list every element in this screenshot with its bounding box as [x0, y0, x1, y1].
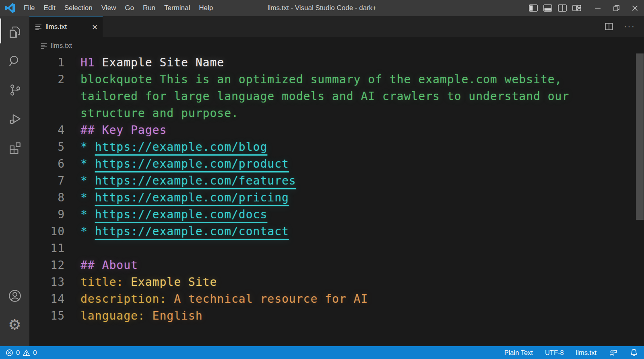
code-token: ## Key Pages [80, 123, 167, 137]
code-line[interactable]: 15language: English [29, 308, 644, 324]
code-token: Example Site Name [95, 56, 224, 69]
code-line[interactable]: 11 [29, 240, 644, 257]
code-line[interactable]: 12## About [29, 257, 644, 274]
code-token: Example Site [124, 275, 217, 289]
extensions-icon[interactable] [0, 133, 29, 162]
code-line[interactable]: 8* https://example.com/pricing [29, 189, 644, 206]
menu-help[interactable]: Help [194, 0, 217, 16]
code-token: * [80, 157, 95, 170]
menu-go[interactable]: Go [120, 0, 138, 16]
warning-count: 0 [33, 349, 37, 357]
tab-label: llms.txt [45, 23, 67, 31]
code-line[interactable]: 14description: A technical resource for … [29, 291, 644, 308]
code-token: * [80, 208, 95, 221]
feedback-icon[interactable] [609, 348, 617, 357]
code-line[interactable]: 7* https://example.com/features [29, 172, 644, 189]
code-text: ## About [80, 257, 138, 274]
code-line[interactable]: 1H1 Example Site Name [29, 54, 644, 71]
minimize-button[interactable] [588, 0, 607, 16]
code-token: title: [80, 275, 124, 289]
code-token: tailored for large language models and A… [80, 90, 569, 103]
code-line[interactable]: 5* https://example.com/blog [29, 139, 644, 156]
restore-button[interactable] [607, 0, 625, 16]
code-line[interactable]: 2blockquote This is an optimized summary… [29, 71, 644, 88]
code-line[interactable]: 9* https://example.com/docs [29, 206, 644, 223]
language-mode[interactable]: Plain Text [504, 349, 533, 357]
run-debug-icon[interactable] [0, 105, 29, 133]
status-bar: 0 0 Plain Text UTF-8 llms.txt [0, 346, 644, 359]
line-number: 9 [29, 206, 65, 223]
line-number: 12 [29, 257, 65, 274]
code-token: blockquote This is an optimized summary … [80, 73, 562, 86]
settings-gear-icon[interactable]: ⚙ [0, 310, 29, 339]
code-line[interactable]: structure and purpose. [29, 105, 644, 122]
code-text: tailored for large language models and A… [80, 88, 569, 105]
code-line[interactable]: 13title: Example Site [29, 274, 644, 291]
line-number: 11 [29, 240, 65, 257]
customize-layout-icon[interactable] [572, 3, 582, 13]
file-icon [35, 24, 42, 31]
url-link[interactable]: https://example.com/contact [95, 225, 289, 238]
line-number: 1 [29, 54, 65, 71]
code-text: structure and purpose. [80, 105, 239, 122]
menu-terminal[interactable]: Terminal [160, 0, 194, 16]
notifications-bell-icon[interactable] [630, 348, 638, 357]
code-text: * https://example.com/product [80, 156, 289, 172]
menu-selection[interactable]: Selection [60, 0, 97, 16]
close-window-button[interactable] [625, 0, 644, 16]
tab-close-icon[interactable]: ✕ [92, 23, 98, 31]
tab-bar: llms.txt ✕ ··· [29, 16, 644, 37]
url-link[interactable]: https://example.com/features [95, 174, 296, 187]
url-link[interactable]: https://example.com/pricing [95, 191, 289, 204]
code-line[interactable]: tailored for large language models and A… [29, 88, 644, 105]
code-editor[interactable]: 1H1 Example Site Name2blockquote This is… [29, 54, 644, 346]
line-number: 14 [29, 291, 65, 308]
menu-edit[interactable]: Edit [39, 0, 60, 16]
code-line[interactable]: 6* https://example.com/product [29, 156, 644, 172]
source-control-icon[interactable] [0, 76, 29, 105]
toggle-secondary-sidebar-icon[interactable] [557, 3, 568, 13]
menu-run[interactable]: Run [138, 0, 160, 16]
code-text: blockquote This is an optimized summary … [80, 71, 562, 88]
code-token: language: [80, 309, 145, 322]
code-text: * https://example.com/blog [80, 139, 267, 156]
code-text: * https://example.com/pricing [80, 189, 289, 206]
code-token: * [80, 225, 95, 238]
url-link[interactable]: https://example.com/product [95, 157, 289, 170]
menu-view[interactable]: View [97, 0, 121, 16]
code-text: * https://example.com/features [80, 172, 296, 189]
scrollbar-thumb[interactable] [636, 53, 644, 220]
more-actions-icon[interactable]: ··· [624, 21, 635, 32]
url-link[interactable]: https://example.com/docs [95, 208, 268, 221]
toggle-sidebar-icon[interactable] [528, 3, 539, 13]
code-line[interactable]: 10* https://example.com/contact [29, 223, 644, 240]
breadcrumb-item[interactable]: llms.txt [51, 42, 72, 50]
encoding[interactable]: UTF-8 [545, 349, 564, 357]
split-editor-icon[interactable] [605, 22, 613, 31]
vscode-logo-icon [5, 3, 15, 13]
code-text: * https://example.com/docs [80, 206, 267, 223]
line-number [29, 88, 65, 105]
accounts-icon[interactable] [0, 281, 29, 310]
tab-llms-txt[interactable]: llms.txt ✕ [29, 16, 103, 37]
code-token: English [145, 309, 203, 322]
code-text: ## Key Pages [80, 122, 167, 139]
explorer-icon[interactable] [0, 18, 29, 47]
code-line[interactable]: 4## Key Pages [29, 122, 644, 139]
code-token: H1 [80, 56, 95, 69]
code-text: H1 Example Site Name [80, 54, 224, 71]
search-icon[interactable] [0, 47, 29, 76]
code-token: ## About [80, 258, 138, 272]
breadcrumb[interactable]: llms.txt [29, 37, 644, 54]
editor-area: llms.txt ✕ ··· llms.txt 1H1 Example Sit [29, 16, 644, 346]
menu-file[interactable]: File [19, 0, 39, 16]
problems-status[interactable]: 0 0 [6, 349, 37, 357]
code-token: * [80, 191, 95, 204]
code-token: A technical resource for AI [167, 292, 368, 306]
active-file-name[interactable]: llms.txt [576, 349, 597, 357]
toggle-panel-icon[interactable] [543, 3, 553, 13]
url-link[interactable]: https://example.com/blog [95, 140, 268, 154]
active-view-indicator [0, 18, 1, 43]
code-text: description: A technical resource for AI [80, 291, 368, 308]
code-token: structure and purpose. [80, 107, 239, 120]
